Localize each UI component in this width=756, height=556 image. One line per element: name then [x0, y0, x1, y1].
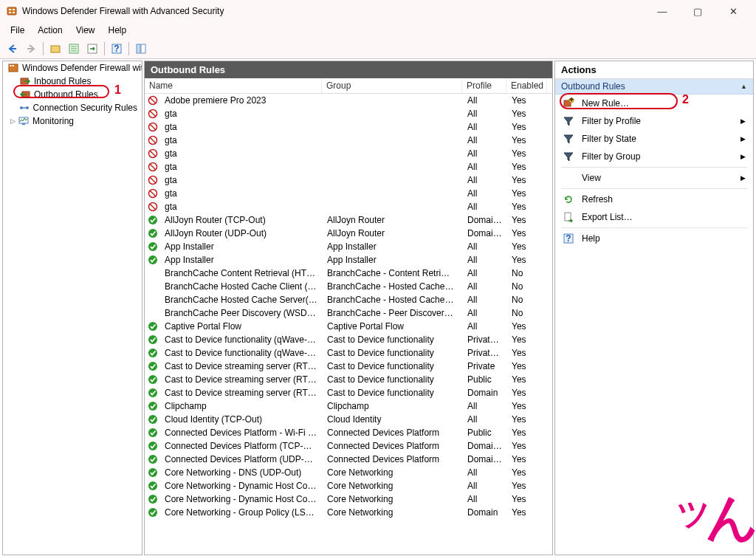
- rule-row[interactable]: ClipchampClipchampAllYes: [145, 399, 552, 413]
- rule-row[interactable]: gtaAllYes: [145, 174, 552, 187]
- rule-row[interactable]: AllJoyn Router (UDP-Out)AllJoyn RouterDo…: [145, 227, 552, 240]
- rule-status-icon: [148, 175, 158, 185]
- rule-row[interactable]: Connected Devices Platform (UDP-Out)Conn…: [145, 453, 552, 466]
- tree-connection-security[interactable]: Connection Security Rules: [3, 101, 142, 114]
- rule-row[interactable]: Cast to Device functionality (qWave-TCP-…: [145, 333, 552, 346]
- rule-row[interactable]: Cast to Device functionality (qWave-UDP-…: [145, 346, 552, 360]
- rule-name: Cast to Device functionality (qWave-TCP-…: [160, 334, 323, 345]
- tree-inbound-rules[interactable]: Inbound Rules: [3, 75, 142, 88]
- col-profile[interactable]: Profile: [462, 78, 506, 93]
- titlebar: Windows Defender Firewall with Advanced …: [0, 0, 756, 22]
- tree-root[interactable]: Windows Defender Firewall with: [3, 61, 142, 75]
- tb-btn-5[interactable]: [133, 41, 149, 57]
- rule-row[interactable]: Core Networking - Dynamic Host Configu…C…: [145, 479, 552, 492]
- action-separator: [561, 188, 747, 189]
- rule-row[interactable]: BranchCache Peer Discovery (WSD-Out)Bran…: [145, 306, 552, 320]
- rule-row[interactable]: Cast to Device streaming server (RTP-Str…: [145, 360, 552, 373]
- minimize-button[interactable]: —: [651, 6, 673, 17]
- rule-status-icon: [148, 295, 158, 305]
- action-label: Filter by Profile: [582, 116, 641, 126]
- rule-status-icon: [148, 494, 158, 504]
- menu-file[interactable]: File: [4, 24, 30, 37]
- rules-list[interactable]: Adobe premiere Pro 2023AllYesgtaAllYesgt…: [145, 94, 552, 555]
- menu-action[interactable]: Action: [32, 24, 68, 37]
- rule-row[interactable]: gtaAllYes: [145, 134, 552, 147]
- toolbar-sep: [128, 42, 129, 55]
- rule-name: Adobe premiere Pro 2023: [160, 95, 323, 106]
- svg-text:✦: ✦: [568, 97, 574, 105]
- rule-row[interactable]: Cast to Device streaming server (RTP-Str…: [145, 373, 552, 386]
- tree-outbound-rules[interactable]: Outbound Rules: [3, 88, 142, 101]
- rule-row[interactable]: Core Networking - Dynamic Host Configu…C…: [145, 492, 552, 506]
- svg-line-26: [150, 97, 156, 103]
- rule-row[interactable]: AllJoyn Router (TCP-Out)AllJoyn RouterDo…: [145, 213, 552, 227]
- rule-row[interactable]: BranchCache Hosted Cache Client (HTTP-…B…: [145, 280, 552, 293]
- expand-icon[interactable]: ▷: [9, 117, 16, 125]
- rule-row[interactable]: Adobe premiere Pro 2023AllYes: [145, 94, 552, 107]
- tb-btn-2[interactable]: [66, 41, 82, 57]
- close-button[interactable]: ✕: [722, 6, 744, 17]
- rule-enabled: Yes: [507, 122, 548, 132]
- col-group[interactable]: Group: [322, 78, 462, 93]
- submenu-icon: ▶: [740, 153, 746, 160]
- rule-enabled: Yes: [507, 481, 548, 491]
- rule-row[interactable]: Connected Devices Platform - Wi-Fi Direc…: [145, 426, 552, 439]
- rule-status-icon: [148, 109, 158, 119]
- rule-row[interactable]: Connected Devices Platform (TCP-Out)Conn…: [145, 439, 552, 453]
- rule-row[interactable]: BranchCache Content Retrieval (HTTP-Out)…: [145, 267, 552, 280]
- rule-row[interactable]: Core Networking - DNS (UDP-Out)Core Netw…: [145, 466, 552, 479]
- rule-row[interactable]: gtaAllYes: [145, 160, 552, 174]
- help-icon: ?: [563, 233, 574, 244]
- back-button[interactable]: [4, 41, 21, 57]
- svg-point-51: [148, 375, 157, 384]
- action-filter-by-state[interactable]: Filter by State▶: [555, 130, 753, 148]
- rule-profile: Domai…: [463, 441, 507, 451]
- rule-group: Connected Devices Platform: [323, 441, 463, 451]
- action-help[interactable]: ?Help: [555, 230, 753, 247]
- action-new-rule-[interactable]: ✦New Rule…: [555, 95, 753, 112]
- rule-row[interactable]: BranchCache Hosted Cache Server(HTTP-…Br…: [145, 293, 552, 306]
- rule-row[interactable]: Captive Portal FlowCaptive Portal FlowAl…: [145, 320, 552, 333]
- svg-point-43: [148, 216, 157, 224]
- tb-btn-3[interactable]: [84, 41, 100, 57]
- rule-row[interactable]: gtaAllYes: [145, 120, 552, 134]
- rule-row[interactable]: App InstallerApp InstallerAllYes: [145, 240, 552, 253]
- svg-point-52: [148, 388, 157, 397]
- maximize-button[interactable]: ▢: [687, 6, 709, 17]
- actions-list: ✦New Rule…Filter by Profile▶Filter by St…: [555, 95, 753, 247]
- forward-button[interactable]: [23, 41, 39, 57]
- tb-btn-4[interactable]: ?: [109, 41, 125, 57]
- col-name[interactable]: Name: [145, 78, 322, 93]
- blank-icon: [563, 172, 574, 184]
- rule-row[interactable]: gtaAllYes: [145, 147, 552, 160]
- tree-monitoring[interactable]: ▷ Monitoring: [3, 114, 142, 128]
- rule-name: gta: [160, 188, 323, 199]
- action-export-list-[interactable]: Export List…: [555, 208, 753, 226]
- menu-view[interactable]: View: [70, 24, 101, 37]
- rule-name: Cast to Device streaming server (RTP-Str…: [160, 388, 323, 398]
- actions-subhead[interactable]: Outbound Rules ▲: [555, 79, 753, 95]
- tree-item-label: Connection Security Rules: [32, 103, 139, 113]
- action-filter-by-group[interactable]: Filter by Group▶: [555, 148, 753, 165]
- col-enabled[interactable]: Enabled: [506, 78, 547, 93]
- rule-row[interactable]: App InstallerApp InstallerAllYes: [145, 253, 552, 267]
- rule-row[interactable]: Cast to Device streaming server (RTP-Str…: [145, 386, 552, 399]
- rule-group: Cast to Device functionality: [323, 374, 463, 385]
- rule-enabled: Yes: [507, 414, 548, 425]
- menu-help[interactable]: Help: [103, 24, 133, 37]
- rule-row[interactable]: gtaAllYes: [145, 200, 552, 213]
- action-view[interactable]: View▶: [555, 169, 753, 187]
- rule-name: Captive Portal Flow: [160, 321, 323, 332]
- svg-rect-1: [9, 9, 11, 10]
- rule-row[interactable]: gtaAllYes: [145, 107, 552, 120]
- svg-line-34: [150, 151, 156, 157]
- action-refresh[interactable]: Refresh: [555, 191, 753, 208]
- rule-row[interactable]: gtaAllYes: [145, 187, 552, 200]
- rule-row[interactable]: Cloud Identity (TCP-Out)Cloud IdentityAl…: [145, 413, 552, 426]
- rule-status-icon: [148, 162, 158, 172]
- action-filter-by-profile[interactable]: Filter by Profile▶: [555, 112, 753, 130]
- rule-row[interactable]: Core Networking - Group Policy (LSASS-O……: [145, 506, 552, 519]
- rule-name: gta: [160, 175, 323, 185]
- rule-group: AllJoyn Router: [323, 215, 463, 225]
- tb-btn-1[interactable]: [47, 41, 63, 57]
